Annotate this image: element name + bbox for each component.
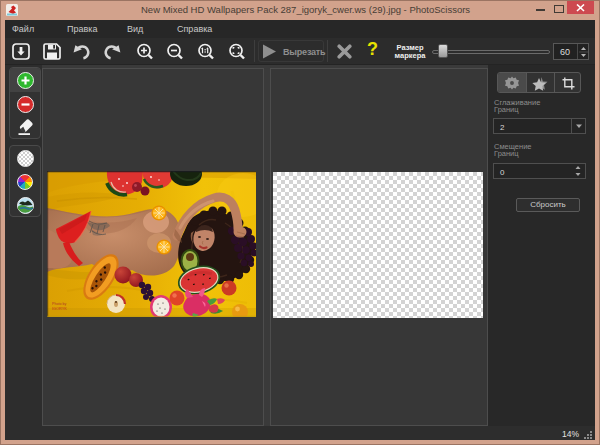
svg-text:Photo by: Photo by — [52, 302, 66, 306]
svg-text:IGORYK: IGORYK — [52, 307, 67, 311]
